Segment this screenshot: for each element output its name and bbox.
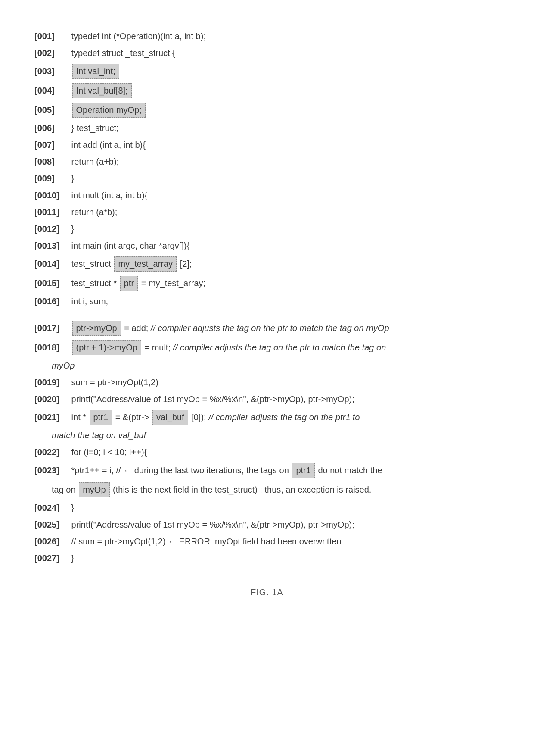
line-number: [0020] (34, 393, 69, 406)
highlight-val-buf-ref: val_buf (152, 410, 188, 425)
code-line-025: [0025] printf("Address/value of 1st myOp… (34, 519, 500, 531)
code-comment: // compiler adjusts the tag on the ptr t… (173, 343, 386, 352)
code-line-024: [0024] } (34, 502, 500, 514)
code-text: return (a+b); (71, 157, 119, 166)
code-text: sum = ptr->myOpt(1,2) (71, 378, 158, 387)
code-line-001: [001] typedef int (*Operation)(int a, in… (34, 30, 500, 43)
code-text: = my_test_array; (141, 278, 206, 288)
code-line-017: [0017] ptr->myOp = add; // compiler adju… (34, 321, 500, 336)
code-line-018-cont: myOp (52, 359, 500, 372)
code-text: tag on (52, 485, 78, 494)
code-text: } (71, 174, 75, 183)
highlight-my-test-array: my_test_array (114, 256, 177, 272)
code-text: printf("Address/value of 1st myOp = %x/%… (71, 394, 354, 404)
line-number: [0013] (34, 240, 69, 252)
code-text: printf("Address/value of 1st myOp = %x/%… (71, 520, 354, 529)
line-number: [0024] (34, 502, 69, 514)
code-line-016: [0016] int i, sum; (34, 295, 500, 308)
highlight-myop-ref: myOp (79, 482, 109, 497)
code-text: *ptr1++ = i; // ← during the last two it… (71, 465, 292, 475)
highlight-val-buf: Int val_buf[8]; (72, 83, 132, 98)
line-number: [0019] (34, 376, 69, 389)
line-number: [007] (34, 139, 69, 151)
code-text: // sum = ptr->myOpt(1,2) ← ERROR: myOpt … (71, 537, 342, 546)
code-text: int mult (int a, int b){ (71, 191, 148, 200)
line-number: [0026] (34, 535, 69, 548)
line-number: [004] (34, 84, 69, 97)
line-number: [0017] (34, 322, 69, 334)
code-text: } (71, 503, 75, 512)
code-text: int * (71, 412, 89, 422)
code-line-005: [005] Operation myOp; (34, 103, 500, 118)
code-text: do not match the (318, 465, 382, 475)
highlight-ptr: ptr (120, 276, 138, 291)
code-line-006: [006] } test_struct; (34, 122, 500, 134)
code-text: = add; (124, 323, 151, 333)
code-text: } test_struct; (71, 123, 119, 133)
line-number: [0012] (34, 223, 69, 235)
code-text: [2]; (180, 259, 192, 269)
line-number: [003] (34, 65, 69, 78)
code-line-020: [0020] printf("Address/value of 1st myOp… (34, 393, 500, 406)
line-number: [0023] (34, 464, 69, 477)
page: [001] typedef int (*Operation)(int a, in… (0, 0, 534, 616)
code-comment: // compiler adjusts the tag on the ptr t… (151, 323, 389, 333)
code-line-015: [0015] test_struct * ptr = my_test_array… (34, 276, 500, 291)
code-text: test_struct * (71, 278, 119, 288)
highlight-ptr-plus-one-myop: (ptr + 1)->myOp (72, 340, 141, 355)
line-number: [002] (34, 47, 69, 59)
code-line-004: [004] Int val_buf[8]; (34, 83, 500, 98)
code-line-012: [0012] } (34, 223, 500, 235)
code-text: typedef int (*Operation)(int a, int b); (71, 31, 206, 41)
code-comment: // compiler adjusts the tag on the ptr1 … (208, 412, 360, 422)
line-number: [001] (34, 30, 69, 43)
code-line-027: [0027] } (34, 552, 500, 565)
code-line-021-cont: match the tag on val_buf (52, 429, 500, 442)
highlight-ptr-myop: ptr->myOp (72, 321, 121, 336)
code-text: test_struct (71, 259, 114, 269)
code-text: (this is the next field in the test_stru… (113, 485, 371, 494)
code-line-003: [003] Int val_int; (34, 64, 500, 79)
code-line-018: [0018] (ptr + 1)->myOp = mult; // compil… (34, 340, 500, 355)
code-line-008: [008] return (a+b); (34, 156, 500, 168)
code-comment-cont: match the tag on val_buf (52, 431, 146, 440)
code-line-023-cont: tag on myOp (this is the next field in t… (52, 482, 500, 497)
code-line-014: [0014] test_struct my_test_array [2]; (34, 256, 500, 272)
code-text: int add (int a, int b){ (71, 140, 146, 150)
line-number: [0010] (34, 189, 69, 202)
line-number: [005] (34, 104, 69, 116)
code-text: } (71, 224, 75, 234)
code-line-022: [0022] for (i=0; i < 10; i++){ (34, 446, 500, 459)
code-text: for (i=0; i < 10; i++){ (71, 447, 147, 457)
code-line-009: [009] } (34, 172, 500, 185)
line-number: [0025] (34, 519, 69, 531)
code-comment-cont: myOp (52, 361, 75, 370)
code-line-013: [0013] int main (int argc, char *argv[])… (34, 240, 500, 252)
code-text: = &(ptr-> (115, 412, 152, 422)
code-line-007: [007] int add (int a, int b){ (34, 139, 500, 151)
code-text: = mult; (144, 343, 173, 352)
code-line-010: [0010] int mult (int a, int b){ (34, 189, 500, 202)
line-number: [0021] (34, 411, 69, 424)
code-text: [0]); (191, 412, 208, 422)
line-number: [0022] (34, 446, 69, 459)
code-line-023: [0023] *ptr1++ = i; // ← during the last… (34, 463, 500, 478)
line-number: [009] (34, 172, 69, 185)
code-text: return (a*b); (71, 207, 118, 217)
highlight-val-int: Int val_int; (72, 64, 119, 79)
line-number: [008] (34, 156, 69, 168)
code-line-021: [0021] int * ptr1 = &(ptr-> val_buf [0])… (34, 410, 500, 425)
code-line-019: [0019] sum = ptr->myOpt(1,2) (34, 376, 500, 389)
line-number: [0018] (34, 341, 69, 354)
line-number: [0016] (34, 295, 69, 308)
code-line-002: [002] typedef struct _test_struct { (34, 47, 500, 59)
code-line-026: [0026] // sum = ptr->myOpt(1,2) ← ERROR:… (34, 535, 500, 548)
code-line-011: [0011] return (a*b); (34, 206, 500, 219)
line-number: [006] (34, 122, 69, 134)
line-number: [0011] (34, 206, 69, 219)
line-number: [0015] (34, 277, 69, 290)
code-text: int main (int argc, char *argv[]){ (71, 241, 190, 250)
line-number: [0014] (34, 258, 69, 270)
code-text: } (71, 553, 75, 563)
highlight-operation-myop: Operation myOp; (72, 103, 146, 118)
